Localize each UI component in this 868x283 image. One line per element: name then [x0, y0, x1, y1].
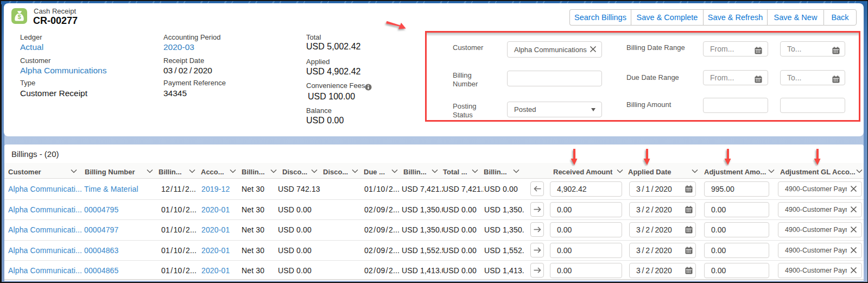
- svg-text:$: $: [17, 14, 21, 20]
